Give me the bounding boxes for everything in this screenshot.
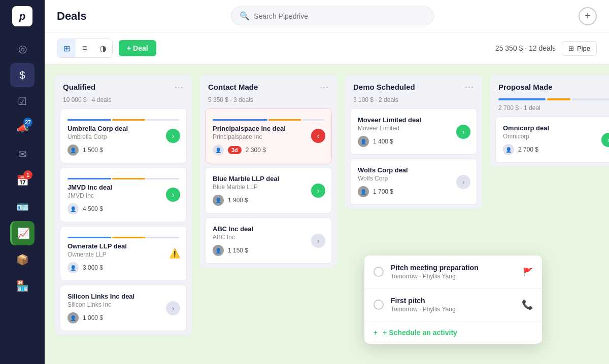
schedule-activity-button[interactable]: + + Schedule an activity xyxy=(364,321,542,344)
column-menu-demo[interactable]: ··· xyxy=(465,82,474,92)
column-menu-qualified[interactable]: ··· xyxy=(175,82,184,92)
deal-card-umbrella[interactable]: Umbrella Corp deal Umbrella Corp 👤 1 500… xyxy=(60,108,187,163)
arrow-jmvd[interactable]: › xyxy=(166,188,180,202)
add-button[interactable]: + xyxy=(579,7,597,25)
sidebar-item-chart[interactable]: 📈 xyxy=(10,221,35,245)
toolbar-stats: 25 350 $ · 12 deals xyxy=(495,44,556,52)
deal-company-jmvd: JMVD Inc xyxy=(67,192,179,199)
column-meta-contact: 5 350 $ · 3 deals xyxy=(200,96,337,108)
column-menu-contact[interactable]: ··· xyxy=(320,82,329,92)
calendar-badge: 1 xyxy=(23,170,32,179)
deal-company-silicon: Silicon Links Inc xyxy=(67,301,179,308)
deal-company-bluemarble: Blue Marble LLP xyxy=(213,184,324,191)
amount-ownerate: 3 000 $ xyxy=(83,264,103,271)
column-title-proposal: Proposal Made xyxy=(498,83,606,91)
search-input[interactable] xyxy=(254,12,425,20)
activity-title-pitch: Pitch meeting preparation xyxy=(391,264,516,272)
sidebar-item-card[interactable]: 🪪 xyxy=(10,195,35,219)
sidebar-item-calendar[interactable]: 📅 1 xyxy=(10,168,35,193)
progress-umbrella xyxy=(67,119,179,121)
kanban-view-button[interactable]: ⊞ xyxy=(57,39,76,57)
toolbar: ⊞ ≡ ◑ + Deal 25 350 $ · 12 deals ⊞ Pipe xyxy=(45,32,609,64)
column-proposal-made: Proposal Made ··· 2 700 $ · 1 deal Omnic… xyxy=(490,75,609,167)
page-title: Deals xyxy=(57,10,87,23)
avatar-principalspace: 👤 xyxy=(213,144,224,156)
deal-card-wolfscorp[interactable]: Wolfs Corp deal Wolfs Corp 👤 1 700 $ › xyxy=(350,159,477,205)
sidebar-item-mail[interactable]: ✉ xyxy=(10,142,35,166)
sidebar-item-box[interactable]: 📦 xyxy=(10,247,35,272)
pipeline-button[interactable]: ⊞ Pipe xyxy=(562,41,597,56)
deal-name-omnicorp: Omnicorp deal xyxy=(503,124,609,132)
deal-name-bluemarble: Blue Marble LLP deal xyxy=(213,175,324,183)
activity-circle-first[interactable] xyxy=(374,300,384,310)
deal-card-jmvd[interactable]: JMVD Inc deal JMVD Inc 👤 4 500 $ › xyxy=(60,167,187,222)
column-meta-demo: 3 100 $ · 2 deals xyxy=(345,96,482,108)
deal-company-ownerate: Ownerate LLP xyxy=(67,251,179,258)
amount-jmvd: 4 500 $ xyxy=(83,205,103,212)
arrow-bluemarble[interactable]: › xyxy=(311,184,325,198)
activity-item-first-pitch[interactable]: First pitch Tomorrow · Phyllis Yang 📞 xyxy=(364,288,542,321)
deal-name-moveer: Moveer Limited deal xyxy=(358,116,469,124)
sidebar-item-megaphone[interactable]: 📣 27 xyxy=(10,116,35,140)
activity-popup: Pitch meeting preparation Tomorrow · Phy… xyxy=(364,256,542,344)
avatar-silicon: 👤 xyxy=(67,312,79,323)
list-view-button[interactable]: ≡ xyxy=(76,39,94,57)
column-title-qualified: Qualified xyxy=(63,83,171,91)
schedule-plus-icon: + xyxy=(374,329,378,337)
add-deal-button[interactable]: + Deal xyxy=(119,40,156,56)
amount-silicon: 1 000 $ xyxy=(83,314,103,321)
activity-title-first: First pitch xyxy=(391,297,515,305)
activity-item-pitch-meeting[interactable]: Pitch meeting preparation Tomorrow · Phy… xyxy=(364,256,542,288)
deal-company-wolfscorp: Wolfs Corp xyxy=(358,175,469,182)
amount-umbrella: 1 500 $ xyxy=(83,147,103,154)
arrow-principalspace[interactable]: ‹ xyxy=(311,129,325,143)
arrow-umbrella[interactable]: › xyxy=(166,129,180,143)
deal-name-silicon: Silicon Links Inc deal xyxy=(67,293,179,300)
header: Deals 🔍 + xyxy=(45,0,609,32)
deal-name-abcinc: ABC Inc deal xyxy=(213,225,324,233)
column-contact-made: Contact Made ··· 5 350 $ · 3 deals Princ… xyxy=(200,75,337,268)
avatar-moveer: 👤 xyxy=(358,136,369,147)
deal-card-bluemarble[interactable]: Blue Marble LLP deal Blue Marble LLP 👤 1… xyxy=(205,167,332,213)
deal-card-omnicorp[interactable]: Omnicorp deal Omnicorp 👤 2 700 $ › xyxy=(495,117,609,163)
column-qualified: Qualified ··· 10 000 $ · 4 deals Umbrell… xyxy=(55,75,192,335)
arrow-abcinc[interactable]: › xyxy=(311,234,325,248)
avatar-bluemarble: 👤 xyxy=(213,195,224,206)
arrow-moveer[interactable]: › xyxy=(456,125,470,139)
sidebar-item-tasks[interactable]: ☑ xyxy=(10,89,35,114)
deal-card-abcinc[interactable]: ABC Inc deal ABC Inc 👤 1 150 $ › xyxy=(205,217,332,264)
schedule-activity-label: + Schedule an activity xyxy=(383,329,457,337)
search-icon: 🔍 xyxy=(240,11,250,21)
deal-card-principalspace[interactable]: Principalspace Inc deal Principalspace I… xyxy=(205,108,332,163)
deal-card-moveer[interactable]: Moveer Limited deal Moveer Limited 👤 1 4… xyxy=(350,108,477,155)
kanban-board: Qualified ··· 10 000 $ · 4 deals Umbrell… xyxy=(45,64,609,364)
activity-meta-first: Tomorrow · Phyllis Yang xyxy=(391,306,515,313)
deal-card-ownerate[interactable]: Ownerate LLP deal Ownerate LLP 👤 3 000 $… xyxy=(60,226,187,281)
column-title-demo: Demo Scheduled xyxy=(353,83,461,91)
avatar-jmvd: 👤 xyxy=(67,203,79,214)
pipeline-icon: ⊞ xyxy=(568,45,574,52)
badge-principalspace: 3d xyxy=(228,146,242,154)
deal-card-silicon[interactable]: Silicon Links Inc deal Silicon Links Inc… xyxy=(60,285,187,331)
sidebar-item-radar[interactable]: ◎ xyxy=(10,37,35,61)
arrow-silicon[interactable]: › xyxy=(166,301,180,315)
sidebar: p ◎ $ ☑ 📣 27 ✉ 📅 1 🪪 📈 📦 🏪 xyxy=(0,0,45,364)
amount-principalspace: 2 300 $ xyxy=(246,147,266,154)
deal-company-umbrella: Umbrella Corp xyxy=(67,133,179,140)
amount-abcinc: 1 150 $ xyxy=(228,247,248,254)
amount-moveer: 1 400 $ xyxy=(373,138,393,145)
amount-omnicorp: 2 700 $ xyxy=(518,146,538,153)
phone-icon: 📞 xyxy=(522,299,533,310)
activity-circle-pitch[interactable] xyxy=(374,267,384,277)
avatar-ownerate: 👤 xyxy=(67,262,79,273)
sidebar-item-dollar[interactable]: $ xyxy=(10,63,35,87)
arrow-wolfscorp[interactable]: › xyxy=(456,175,470,189)
pipeline-label: Pipe xyxy=(577,45,590,52)
amount-bluemarble: 1 900 $ xyxy=(228,197,248,204)
sidebar-item-shop[interactable]: 🏪 xyxy=(10,274,35,298)
deal-company-omnicorp: Omnicorp xyxy=(503,133,609,140)
search-bar: 🔍 xyxy=(231,7,434,25)
column-demo-scheduled: Demo Scheduled ··· 3 100 $ · 2 deals Mov… xyxy=(345,75,482,209)
forecast-view-button[interactable]: ◑ xyxy=(94,39,112,57)
progress-principalspace xyxy=(213,119,324,121)
